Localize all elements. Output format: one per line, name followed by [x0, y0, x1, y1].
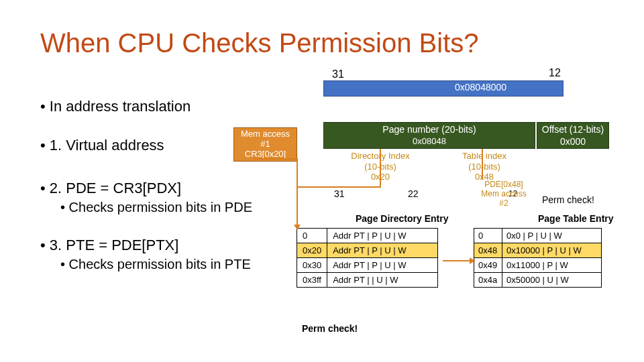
memacc1-l1: Mem access	[235, 129, 295, 139]
bit-label-12: 12	[549, 67, 561, 79]
table-row: 0x3ffAddr PT | | U | W	[297, 273, 438, 288]
pde-val-1: Addr PT | P | U | W	[327, 243, 438, 258]
pde-val-3: Addr PT | | U | W	[327, 273, 438, 288]
offset-l1: Offset (12-bits)	[537, 124, 608, 136]
connector-line-icon	[297, 186, 298, 229]
mem-access-1-box: Mem access #1 CR3[0x20]	[233, 127, 297, 162]
arrow-right-icon	[470, 257, 475, 264]
table-row: 0x480x10000 | P | U | W	[474, 243, 602, 258]
table-row: 0x30Addr PT | P | U | W	[297, 258, 438, 273]
pagenum-l1: Page number (20-bits)	[324, 124, 535, 136]
bullet-1: • In address translation	[40, 98, 252, 115]
connector-line-icon	[297, 186, 381, 188]
address-value: 0x08048000	[455, 82, 506, 93]
bullet-3-sub: • Checks permission bits in PDE	[60, 200, 252, 215]
connector-line-icon	[482, 149, 483, 180]
mem-access-2-label: Mem access #2	[474, 190, 534, 208]
pde-idx-0: 0	[297, 229, 327, 243]
table-row: 0x4a0x50000 | U | W	[474, 273, 602, 288]
pte-idx-0: 0	[474, 229, 502, 243]
pde-val-0: Addr PT | P | U | W	[327, 229, 438, 243]
table-row: 0x490x11000 | P | W	[474, 258, 602, 273]
pte-table: 00x0 | P | U | W 0x480x10000 | P | U | W…	[474, 228, 602, 288]
connector-line-icon	[297, 158, 298, 186]
bullet-4-sub: • Checks permission bits in PTE	[60, 257, 252, 272]
memacc1-l2: #1	[235, 139, 295, 149]
bit-label-31: 31	[332, 68, 344, 80]
tbl-l1: Table index	[437, 151, 531, 162]
tbl-l2: (10-bits)	[437, 162, 531, 172]
pagenum-l2: 0x08048	[324, 136, 535, 147]
table-row: 0x20Addr PT | P | U | W	[297, 243, 438, 258]
bullet-2: • 1. Virtual address	[40, 137, 252, 154]
table-row: 0Addr PT | P | U | W	[297, 229, 438, 243]
address-box	[323, 80, 564, 97]
slide-title: When CPU Checks Permission Bits?	[40, 28, 479, 58]
page-number-box: Page number (20-bits) 0x08048	[323, 122, 535, 149]
table-index-label: Table index (10-bits) 0x48	[437, 151, 531, 182]
pte-idx-1: 0x48	[474, 243, 502, 258]
bullet-4: • 3. PTE = PDE[PTX]	[40, 237, 252, 254]
bit-label-31b: 31	[334, 188, 345, 199]
pte-val-2: 0x11000 | P | W	[502, 258, 602, 273]
memacc2-l2: #2	[474, 199, 534, 208]
connector-line-icon	[380, 149, 381, 186]
pde-label: PDE[0x48]	[474, 180, 534, 190]
pde-table: 0Addr PT | P | U | W 0x20Addr PT | P | U…	[297, 228, 438, 288]
table-row: 00x0 | P | U | W	[474, 229, 602, 243]
offset-l2: 0x000	[537, 136, 608, 148]
pde-table-header: Page Directory Entry	[356, 213, 449, 224]
perm-check-bottom: Perm check!	[302, 323, 358, 334]
pde-idx-3: 0x3ff	[297, 273, 327, 288]
pde-idx-1: 0x20	[297, 243, 327, 258]
connector-line-icon	[254, 158, 298, 160]
bullet-list: • In address translation • 1. Virtual ad…	[40, 98, 252, 272]
bullet-3: • 2. PDE = CR3[PDX]	[40, 180, 252, 197]
arrow-down-icon	[294, 225, 301, 230]
pde-val-2: Addr PT | P | U | W	[327, 258, 438, 273]
pte-idx-2: 0x49	[474, 258, 502, 273]
memacc2-l1: Mem access	[474, 190, 534, 199]
pte-idx-3: 0x4a	[474, 273, 502, 288]
pte-val-0: 0x0 | P | U | W	[502, 229, 602, 243]
pte-table-header: Page Table Entry	[538, 213, 614, 224]
bit-label-22: 22	[408, 188, 419, 199]
perm-check-right: Perm check!	[542, 194, 594, 205]
pte-val-1: 0x10000 | P | U | W	[502, 243, 602, 258]
pde-idx-2: 0x30	[297, 258, 327, 273]
offset-box: Offset (12-bits) 0x000	[537, 122, 609, 149]
pte-val-3: 0x50000 | U | W	[502, 273, 602, 288]
